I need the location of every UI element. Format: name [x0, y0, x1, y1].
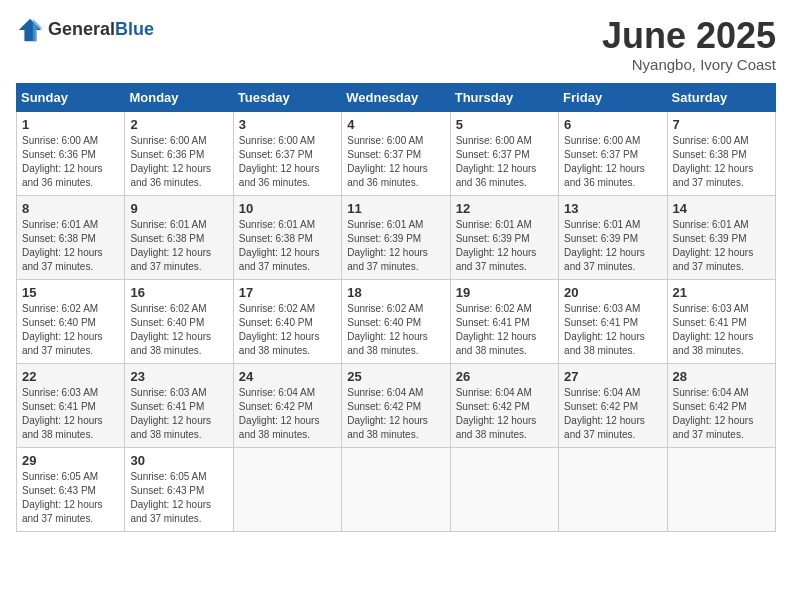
day-info: Sunrise: 6:00 AM Sunset: 6:38 PM Dayligh… [673, 134, 770, 190]
weekday-header-row: SundayMondayTuesdayWednesdayThursdayFrid… [17, 83, 776, 111]
day-cell [342, 447, 450, 531]
day-info: Sunrise: 6:03 AM Sunset: 6:41 PM Dayligh… [22, 386, 119, 442]
day-cell: 12Sunrise: 6:01 AM Sunset: 6:39 PM Dayli… [450, 195, 558, 279]
day-number: 29 [22, 453, 119, 468]
day-info: Sunrise: 6:00 AM Sunset: 6:37 PM Dayligh… [564, 134, 661, 190]
day-info: Sunrise: 6:00 AM Sunset: 6:37 PM Dayligh… [347, 134, 444, 190]
day-info: Sunrise: 6:04 AM Sunset: 6:42 PM Dayligh… [456, 386, 553, 442]
calendar-table: SundayMondayTuesdayWednesdayThursdayFrid… [16, 83, 776, 532]
day-number: 9 [130, 201, 227, 216]
day-cell: 22Sunrise: 6:03 AM Sunset: 6:41 PM Dayli… [17, 363, 125, 447]
day-cell: 6Sunrise: 6:00 AM Sunset: 6:37 PM Daylig… [559, 111, 667, 195]
day-number: 6 [564, 117, 661, 132]
day-info: Sunrise: 6:03 AM Sunset: 6:41 PM Dayligh… [673, 302, 770, 358]
day-info: Sunrise: 6:04 AM Sunset: 6:42 PM Dayligh… [564, 386, 661, 442]
title-area: June 2025 Nyangbo, Ivory Coast [602, 16, 776, 73]
day-info: Sunrise: 6:03 AM Sunset: 6:41 PM Dayligh… [130, 386, 227, 442]
day-info: Sunrise: 6:00 AM Sunset: 6:36 PM Dayligh… [130, 134, 227, 190]
day-cell: 17Sunrise: 6:02 AM Sunset: 6:40 PM Dayli… [233, 279, 341, 363]
svg-marker-0 [19, 19, 41, 41]
day-cell: 2Sunrise: 6:00 AM Sunset: 6:36 PM Daylig… [125, 111, 233, 195]
day-cell: 20Sunrise: 6:03 AM Sunset: 6:41 PM Dayli… [559, 279, 667, 363]
weekday-header-monday: Monday [125, 83, 233, 111]
day-info: Sunrise: 6:01 AM Sunset: 6:39 PM Dayligh… [564, 218, 661, 274]
day-cell: 3Sunrise: 6:00 AM Sunset: 6:37 PM Daylig… [233, 111, 341, 195]
day-number: 5 [456, 117, 553, 132]
day-info: Sunrise: 6:01 AM Sunset: 6:38 PM Dayligh… [22, 218, 119, 274]
day-number: 27 [564, 369, 661, 384]
day-info: Sunrise: 6:02 AM Sunset: 6:40 PM Dayligh… [239, 302, 336, 358]
week-row-5: 29Sunrise: 6:05 AM Sunset: 6:43 PM Dayli… [17, 447, 776, 531]
day-number: 30 [130, 453, 227, 468]
day-cell: 26Sunrise: 6:04 AM Sunset: 6:42 PM Dayli… [450, 363, 558, 447]
day-cell [667, 447, 775, 531]
weekday-header-thursday: Thursday [450, 83, 558, 111]
day-cell: 23Sunrise: 6:03 AM Sunset: 6:41 PM Dayli… [125, 363, 233, 447]
day-cell: 27Sunrise: 6:04 AM Sunset: 6:42 PM Dayli… [559, 363, 667, 447]
day-number: 8 [22, 201, 119, 216]
day-info: Sunrise: 6:05 AM Sunset: 6:43 PM Dayligh… [22, 470, 119, 526]
day-number: 25 [347, 369, 444, 384]
logo-general: General [48, 20, 115, 40]
day-cell: 5Sunrise: 6:00 AM Sunset: 6:37 PM Daylig… [450, 111, 558, 195]
day-cell: 10Sunrise: 6:01 AM Sunset: 6:38 PM Dayli… [233, 195, 341, 279]
day-cell: 30Sunrise: 6:05 AM Sunset: 6:43 PM Dayli… [125, 447, 233, 531]
day-cell: 28Sunrise: 6:04 AM Sunset: 6:42 PM Dayli… [667, 363, 775, 447]
week-row-4: 22Sunrise: 6:03 AM Sunset: 6:41 PM Dayli… [17, 363, 776, 447]
day-cell: 7Sunrise: 6:00 AM Sunset: 6:38 PM Daylig… [667, 111, 775, 195]
logo-icon [16, 16, 44, 44]
weekday-header-sunday: Sunday [17, 83, 125, 111]
day-info: Sunrise: 6:04 AM Sunset: 6:42 PM Dayligh… [239, 386, 336, 442]
weekday-header-tuesday: Tuesday [233, 83, 341, 111]
day-cell: 14Sunrise: 6:01 AM Sunset: 6:39 PM Dayli… [667, 195, 775, 279]
weekday-header-friday: Friday [559, 83, 667, 111]
day-number: 23 [130, 369, 227, 384]
calendar-subtitle: Nyangbo, Ivory Coast [602, 56, 776, 73]
day-cell: 9Sunrise: 6:01 AM Sunset: 6:38 PM Daylig… [125, 195, 233, 279]
day-number: 15 [22, 285, 119, 300]
day-number: 1 [22, 117, 119, 132]
day-info: Sunrise: 6:04 AM Sunset: 6:42 PM Dayligh… [347, 386, 444, 442]
day-number: 11 [347, 201, 444, 216]
day-number: 21 [673, 285, 770, 300]
day-info: Sunrise: 6:05 AM Sunset: 6:43 PM Dayligh… [130, 470, 227, 526]
day-info: Sunrise: 6:04 AM Sunset: 6:42 PM Dayligh… [673, 386, 770, 442]
day-cell: 18Sunrise: 6:02 AM Sunset: 6:40 PM Dayli… [342, 279, 450, 363]
day-info: Sunrise: 6:02 AM Sunset: 6:41 PM Dayligh… [456, 302, 553, 358]
day-number: 24 [239, 369, 336, 384]
day-info: Sunrise: 6:02 AM Sunset: 6:40 PM Dayligh… [22, 302, 119, 358]
day-number: 28 [673, 369, 770, 384]
day-number: 18 [347, 285, 444, 300]
day-number: 16 [130, 285, 227, 300]
header: General Blue June 2025 Nyangbo, Ivory Co… [16, 16, 776, 73]
day-number: 20 [564, 285, 661, 300]
day-number: 26 [456, 369, 553, 384]
day-cell [559, 447, 667, 531]
day-number: 17 [239, 285, 336, 300]
day-info: Sunrise: 6:01 AM Sunset: 6:39 PM Dayligh… [456, 218, 553, 274]
day-cell: 25Sunrise: 6:04 AM Sunset: 6:42 PM Dayli… [342, 363, 450, 447]
day-number: 12 [456, 201, 553, 216]
day-number: 4 [347, 117, 444, 132]
day-cell: 29Sunrise: 6:05 AM Sunset: 6:43 PM Dayli… [17, 447, 125, 531]
day-cell: 11Sunrise: 6:01 AM Sunset: 6:39 PM Dayli… [342, 195, 450, 279]
weekday-header-saturday: Saturday [667, 83, 775, 111]
day-number: 13 [564, 201, 661, 216]
day-number: 14 [673, 201, 770, 216]
day-cell: 16Sunrise: 6:02 AM Sunset: 6:40 PM Dayli… [125, 279, 233, 363]
day-cell: 4Sunrise: 6:00 AM Sunset: 6:37 PM Daylig… [342, 111, 450, 195]
day-info: Sunrise: 6:01 AM Sunset: 6:38 PM Dayligh… [130, 218, 227, 274]
day-info: Sunrise: 6:00 AM Sunset: 6:36 PM Dayligh… [22, 134, 119, 190]
logo-text: General Blue [48, 20, 154, 40]
week-row-2: 8Sunrise: 6:01 AM Sunset: 6:38 PM Daylig… [17, 195, 776, 279]
logo: General Blue [16, 16, 154, 44]
day-cell [450, 447, 558, 531]
day-info: Sunrise: 6:01 AM Sunset: 6:39 PM Dayligh… [673, 218, 770, 274]
day-info: Sunrise: 6:02 AM Sunset: 6:40 PM Dayligh… [130, 302, 227, 358]
day-cell: 24Sunrise: 6:04 AM Sunset: 6:42 PM Dayli… [233, 363, 341, 447]
day-cell: 15Sunrise: 6:02 AM Sunset: 6:40 PM Dayli… [17, 279, 125, 363]
day-cell: 13Sunrise: 6:01 AM Sunset: 6:39 PM Dayli… [559, 195, 667, 279]
day-cell [233, 447, 341, 531]
day-info: Sunrise: 6:02 AM Sunset: 6:40 PM Dayligh… [347, 302, 444, 358]
day-info: Sunrise: 6:00 AM Sunset: 6:37 PM Dayligh… [456, 134, 553, 190]
